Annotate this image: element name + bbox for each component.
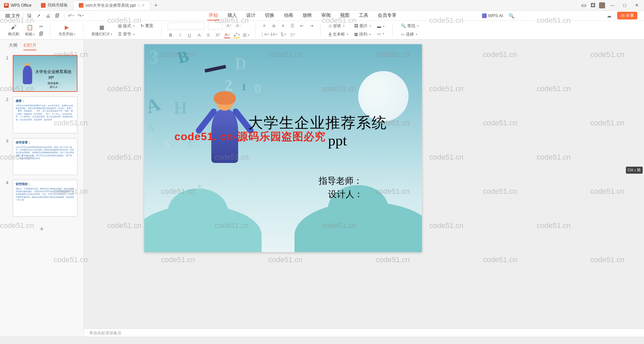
arrange-button[interactable]: ▦排列▾ xyxy=(352,31,373,38)
shape-icon: ◇ xyxy=(329,23,332,28)
ime-badge[interactable]: CH ♪ 简 xyxy=(626,167,643,174)
tab-add-button[interactable]: + xyxy=(150,2,161,8)
format-painter-button[interactable]: 🖌 格式刷 xyxy=(6,23,21,37)
decor-letter: 0 xyxy=(254,80,261,96)
menubar: 文件 🖫 ↗ 🖨 🗐 ↶▾ ↷▾ 开始 插入 设计 切换 动画 放映 审阅 视图… xyxy=(0,11,644,21)
slide-canvas[interactable]: 3 B D A H 2 1 0 A 5 C + 大学生企业推荐系统 xyxy=(144,44,422,252)
thumbnail-4[interactable]: 研究现状：现如今「互联网成为大家」推荐信息主要途径未规劳，对信息的技术需求也越来… xyxy=(13,180,77,217)
tab-document[interactable]: P ssm大学生企业推荐系统.ppt □ × xyxy=(73,1,150,10)
numbering-icon[interactable]: 1≡▾ xyxy=(271,32,277,38)
clear-format-icon[interactable]: 欢▾ xyxy=(243,32,249,38)
close-button[interactable]: ✕ xyxy=(632,1,641,10)
menu-tab-slideshow[interactable]: 放映 xyxy=(301,11,313,20)
save-icon[interactable]: 🖫 xyxy=(26,13,32,18)
preview-icon[interactable]: 🗐 xyxy=(55,13,60,18)
slide-teacher[interactable]: 指导老师： xyxy=(319,175,362,187)
new-slide-button[interactable]: ▦ 新建幻灯片▾ xyxy=(90,23,114,37)
align-right-icon[interactable]: ≡ xyxy=(280,23,286,29)
indent-dec-icon[interactable]: ⇤ xyxy=(299,23,305,29)
indent-inc-icon[interactable]: ⇥ xyxy=(308,23,314,29)
font-color-icon[interactable]: A▾ xyxy=(224,32,230,38)
reset-button[interactable]: ↻重置 xyxy=(139,22,155,30)
menu-tab-member[interactable]: 会员专享 xyxy=(376,11,398,20)
close-icon[interactable]: × xyxy=(142,3,145,8)
vertical-scrollbar[interactable] xyxy=(639,40,644,329)
paste-button[interactable]: 📋 粘贴▾ xyxy=(23,23,37,37)
undo-icon[interactable]: ↶▾ xyxy=(68,13,74,18)
slide-designer[interactable]: 设计人： xyxy=(328,188,363,200)
tab-templates[interactable]: 找稿壳模板 xyxy=(36,1,73,10)
file-menu[interactable]: 文件 xyxy=(3,11,23,20)
search-icon[interactable]: 🔍 xyxy=(508,13,514,18)
panel-icon[interactable]: ▭ xyxy=(580,2,587,9)
tab-badge: □ xyxy=(138,3,140,8)
layout-button[interactable]: ▤版式▾ xyxy=(116,22,137,30)
align-left-icon[interactable]: ≡ xyxy=(261,23,267,29)
font-size-select[interactable] xyxy=(208,22,223,30)
reset-icon: ↻ xyxy=(141,23,144,28)
share-button[interactable]: ⮹ 分享 xyxy=(617,12,637,19)
select-icon: ▭ xyxy=(401,32,405,37)
outline-button[interactable]: ▭▾ xyxy=(375,31,386,37)
notes-bar[interactable]: 单击此处添加备注 xyxy=(84,329,644,337)
redo-icon[interactable]: ↷▾ xyxy=(78,13,83,18)
tab-outline[interactable]: 大纲 xyxy=(9,42,17,50)
font-select[interactable] xyxy=(168,22,205,30)
align-center-icon[interactable]: ≣ xyxy=(271,23,277,29)
cloud-icon[interactable]: ☁ xyxy=(606,13,612,18)
menu-tab-animation[interactable]: 动画 xyxy=(282,11,294,20)
menu-tab-review[interactable]: 审阅 xyxy=(320,11,332,20)
thumbnail-2[interactable]: 摘要：大学生企业推荐系统采用跨平台的，java开发语言，采用Mysql作数据库系… xyxy=(13,97,77,133)
line-spacing-icon[interactable]: ⇅▾ xyxy=(280,32,286,38)
app-name: WPS Office xyxy=(11,3,32,8)
menu-tab-transition[interactable]: 切换 xyxy=(264,11,276,20)
increase-font-icon[interactable]: A⁺ xyxy=(226,23,232,29)
strikethrough-icon[interactable]: S xyxy=(205,32,211,38)
underline-icon[interactable]: U xyxy=(186,32,193,38)
select-button[interactable]: ▭选择▾ xyxy=(399,31,421,38)
find-button[interactable]: 🔍查找▾ xyxy=(399,22,421,30)
canvas-scroll[interactable]: 3 B D A H 2 1 0 A 5 C + 大学生企业推荐系统 xyxy=(84,40,644,329)
thumb-title: 大学生企业推荐系统 xyxy=(35,69,71,75)
from-current-button[interactable]: ▶ 当页开始▾ xyxy=(56,23,77,37)
thumbnails: 1 大学生企业推荐系统 ppt 指导老师： 设计人： 2 摘要：大学生企业推荐系… xyxy=(0,53,84,337)
menu-tab-view[interactable]: 视图 xyxy=(339,11,351,20)
superscript-icon[interactable]: X² xyxy=(215,32,221,38)
print-icon[interactable]: 🖨 xyxy=(45,13,51,18)
shape-button[interactable]: ◇形状▾ xyxy=(327,22,350,30)
strike-icon[interactable]: A̶ xyxy=(196,32,202,38)
titlebar: WPS Office 找稿壳模板 P ssm大学生企业推荐系统.ppt □ × … xyxy=(0,0,644,11)
fill-button[interactable]: ▬▾ xyxy=(375,23,386,30)
italic-icon[interactable]: I xyxy=(177,32,183,38)
textbox-button[interactable]: A̲文本框▾ xyxy=(327,31,350,38)
menu-tab-insert[interactable]: 插入 xyxy=(226,11,238,20)
copy-icon[interactable]: 🗐 xyxy=(39,31,44,37)
cube-icon[interactable]: ⚃ xyxy=(590,2,596,9)
slide-subtitle[interactable]: ppt xyxy=(328,132,347,149)
sections-button[interactable]: ☰章节▾ xyxy=(116,31,137,38)
justify-icon[interactable]: ☰ xyxy=(289,23,296,29)
thumbnail-3[interactable]: 研究背景：以往大学生企业推荐等系统相关信息管理，都是工作人员手工统计，过程繁琐活… xyxy=(13,138,77,175)
export-icon[interactable]: ↗ xyxy=(36,13,41,18)
bullets-icon[interactable]: ⋮≡▾ xyxy=(261,32,267,38)
picture-button[interactable]: 🖼图片▾ xyxy=(352,22,373,30)
decrease-font-icon[interactable]: A⁻ xyxy=(235,23,241,29)
menu-tab-tools[interactable]: 工具 xyxy=(358,11,370,20)
label: 粘贴▾ xyxy=(25,32,35,37)
decor-letter: 1 xyxy=(241,81,247,93)
menu-tab-design[interactable]: 设计 xyxy=(245,11,257,20)
bold-icon[interactable]: B xyxy=(168,32,174,38)
maximize-button[interactable]: ◻ xyxy=(620,1,629,10)
add-slide-button[interactable]: + xyxy=(6,221,77,237)
avatar-icon[interactable] xyxy=(599,2,605,8)
minimize-button[interactable]: — xyxy=(608,1,617,10)
menu-tab-start[interactable]: 开始 xyxy=(207,11,219,20)
cut-icon[interactable]: ✂ xyxy=(39,24,44,29)
align-vert-icon[interactable]: ▯▾ xyxy=(289,32,296,38)
decor-letter: D xyxy=(235,54,247,73)
thumbnail-1[interactable]: 大学生企业推荐系统 ppt 指导老师： 设计人： xyxy=(13,55,77,92)
wps-ai-button[interactable]: WPS AI xyxy=(482,13,503,18)
highlight-icon[interactable]: 🖍▾ xyxy=(233,32,239,38)
tab-slides[interactable]: 幻灯片 xyxy=(23,42,37,50)
hamburger-icon xyxy=(5,14,10,17)
